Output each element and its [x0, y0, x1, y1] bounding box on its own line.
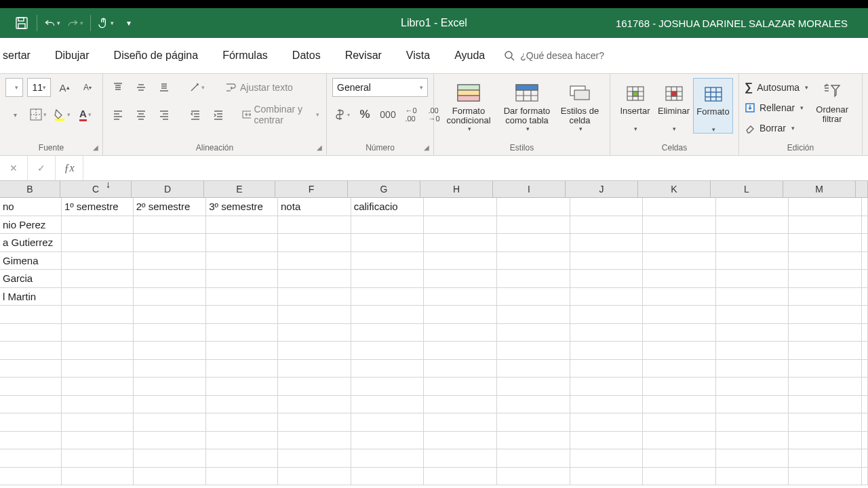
cell-I12[interactable]	[497, 396, 570, 413]
cell-K5[interactable]	[643, 270, 716, 287]
cell-I10[interactable]	[497, 360, 570, 378]
cell-B4[interactable]: Gimena	[0, 252, 62, 270]
cell-I7[interactable]	[497, 306, 570, 323]
cell-D6[interactable]	[134, 288, 207, 306]
grid-row[interactable]: Gimena	[0, 252, 868, 270]
cell-C2[interactable]	[62, 216, 134, 234]
col-header-G[interactable]: G	[348, 181, 420, 197]
cell-M3[interactable]	[789, 234, 862, 251]
cell-B13[interactable]	[0, 413, 62, 431]
cell-B3[interactable]: a Gutierrez	[0, 234, 62, 251]
cell-L13[interactable]	[716, 413, 789, 431]
font-family-dropdown[interactable]: ▾	[5, 78, 23, 97]
cell-D8[interactable]	[134, 324, 207, 342]
cell-B16[interactable]	[0, 468, 62, 485]
cell-F1[interactable]: nota	[278, 198, 351, 216]
cell-J1[interactable]	[570, 198, 644, 216]
cell-M12[interactable]	[789, 396, 862, 413]
cell-I5[interactable]	[497, 270, 570, 287]
cell-F14[interactable]	[278, 432, 351, 449]
cell-L15[interactable]	[716, 449, 789, 467]
cell-B2[interactable]: nio Perez	[0, 216, 62, 234]
col-header-F[interactable]: F	[275, 181, 348, 197]
cell-E3[interactable]	[206, 234, 278, 251]
cell-L8[interactable]	[716, 324, 789, 342]
cell-C13[interactable]	[62, 413, 134, 431]
cell-F16[interactable]	[278, 468, 351, 485]
cell-M6[interactable]	[789, 288, 862, 306]
cell-E8[interactable]	[206, 324, 278, 342]
cell-G2[interactable]	[351, 216, 425, 234]
align-right-icon[interactable]	[155, 106, 174, 123]
cell-E5[interactable]	[206, 270, 278, 287]
sort-filter-button[interactable]: Ordenar filtrar	[814, 77, 850, 138]
col-header-D[interactable]: D	[132, 181, 204, 197]
cell-E12[interactable]	[206, 396, 278, 413]
grid-row[interactable]	[0, 432, 868, 450]
fill-button[interactable]: Rellenar ▾	[745, 98, 808, 117]
percent-icon[interactable]: %	[355, 106, 374, 123]
cell-I2[interactable]	[497, 216, 570, 234]
cell-E13[interactable]	[206, 413, 278, 431]
cell-H2[interactable]	[424, 216, 497, 234]
cell-I16[interactable]	[497, 468, 570, 485]
cell-G13[interactable]	[351, 413, 425, 431]
redo-icon[interactable]: ▾	[67, 15, 83, 31]
cell-B1[interactable]: no	[0, 198, 62, 216]
cell-M16[interactable]	[789, 468, 862, 485]
merge-center-button[interactable]: Combinar y centrar▾	[241, 106, 321, 123]
cell-H11[interactable]	[424, 378, 497, 395]
cell-H16[interactable]	[424, 468, 497, 485]
increase-font-icon[interactable]: A▴	[55, 79, 74, 96]
cell-M10[interactable]	[789, 360, 862, 378]
cell-D15[interactable]	[134, 449, 207, 467]
cell-E15[interactable]	[206, 449, 278, 467]
cell-M9[interactable]	[789, 342, 862, 359]
cell-H13[interactable]	[424, 413, 497, 431]
grid-row[interactable]	[0, 413, 868, 432]
delete-cells-button[interactable]: Eliminar▾	[654, 78, 693, 132]
col-header-L[interactable]: L	[711, 181, 783, 197]
tab-review[interactable]: Revisar	[333, 38, 394, 73]
cell-C11[interactable]	[62, 378, 134, 395]
cell-L1[interactable]	[716, 198, 789, 216]
comma-style-icon[interactable]: 000	[378, 106, 397, 123]
cell-H4[interactable]	[424, 252, 497, 270]
cell-J13[interactable]	[570, 413, 644, 431]
col-header-H[interactable]: H	[420, 181, 493, 197]
cell-G12[interactable]	[351, 396, 425, 413]
cell-K9[interactable]	[643, 342, 716, 359]
cell-C15[interactable]	[62, 449, 134, 467]
cell-E4[interactable]	[206, 252, 278, 270]
cell-K3[interactable]	[643, 234, 716, 251]
cell-F4[interactable]	[278, 252, 351, 270]
cell-H15[interactable]	[424, 449, 497, 467]
cell-J7[interactable]	[570, 306, 644, 323]
increase-indent-icon[interactable]	[209, 106, 228, 123]
cell-G10[interactable]	[351, 360, 425, 378]
cell-B10[interactable]	[0, 360, 62, 378]
spreadsheet-grid[interactable]: BCDEFGHIJKLM ↓ no1º semestre2º semestre3…	[0, 181, 868, 485]
cell-F8[interactable]	[278, 324, 351, 342]
cell-J5[interactable]	[570, 270, 644, 287]
cell-K10[interactable]	[643, 360, 716, 378]
cell-C4[interactable]	[62, 252, 134, 270]
tab-draw[interactable]: Dibujar	[43, 38, 102, 73]
grid-row[interactable]: a Gutierrez	[0, 234, 868, 252]
cell-C9[interactable]	[62, 342, 134, 359]
align-left-icon[interactable]	[108, 106, 127, 123]
cell-J3[interactable]	[570, 234, 644, 251]
col-header-M[interactable]: M	[783, 181, 856, 197]
align-top-icon[interactable]	[108, 79, 127, 96]
cell-F15[interactable]	[278, 449, 351, 467]
col-header-I[interactable]: I	[493, 181, 566, 197]
cell-C3[interactable]	[62, 234, 134, 251]
cell-J9[interactable]	[570, 342, 644, 359]
accounting-format-icon[interactable]: ▾	[332, 106, 351, 123]
cell-K1[interactable]	[643, 198, 716, 216]
cell-styles-button[interactable]: Estilos de celda ▾	[556, 78, 604, 132]
cancel-icon[interactable]: ✕	[0, 156, 28, 180]
cell-F5[interactable]	[278, 270, 351, 287]
cell-D7[interactable]	[134, 306, 207, 323]
cell-D3[interactable]	[134, 234, 207, 251]
